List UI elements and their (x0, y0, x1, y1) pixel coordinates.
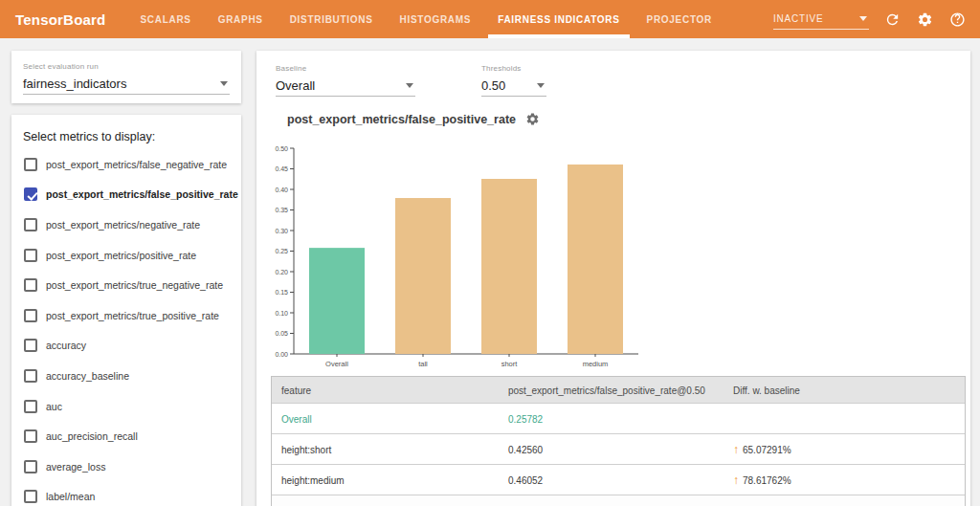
checkbox-unchecked-icon[interactable] (24, 278, 37, 292)
checkbox-unchecked-icon[interactable] (24, 429, 37, 443)
checkbox-checked-icon[interactable] (24, 187, 37, 201)
evaluation-run-label: Select evaluation run (23, 62, 230, 71)
checkbox-unchecked-icon[interactable] (24, 369, 37, 383)
tab-fairness-indicators[interactable]: FAIRNESS INDICATORS (484, 0, 633, 38)
bar-chart-svg: 0.000.050.100.150.200.250.300.350.400.45… (265, 141, 648, 375)
column-header-metric: post_export_metrics/false_positive_rate@… (508, 385, 705, 395)
tab-graphs[interactable]: GRAPHS (205, 0, 277, 38)
cell-metric-value: 0.42560 (508, 444, 543, 454)
table-body: Overall0.25782height:short0.42560↑65.072… (272, 403, 965, 495)
bar-medium[interactable] (568, 165, 623, 354)
metric-checkbox-item[interactable]: accuracy (23, 331, 230, 362)
metric-label: auc (46, 401, 62, 412)
metric-checkbox-item[interactable]: accuracy_baseline (23, 361, 230, 391)
svg-text:0.40: 0.40 (275, 187, 288, 193)
cell-feature: height:medium (281, 474, 345, 485)
checkbox-unchecked-icon[interactable] (24, 339, 37, 352)
metric-label: accuracy (46, 340, 86, 351)
table-row[interactable]: height:medium0.46052↑78.61762% (272, 464, 965, 495)
tab-scalars[interactable]: SCALARS (126, 0, 204, 38)
checkbox-unchecked-icon[interactable] (24, 249, 37, 262)
checkbox-unchecked-icon[interactable] (24, 309, 37, 322)
metrics-table: feature post_export_metrics/false_positi… (271, 376, 966, 506)
svg-text:0.25: 0.25 (275, 248, 288, 254)
checkbox-unchecked-icon[interactable] (24, 158, 37, 171)
svg-text:0.10: 0.10 (275, 310, 288, 317)
tab-projector[interactable]: PROJECTOR (634, 0, 725, 38)
cell-diff-baseline: ↑78.61762% (733, 473, 791, 487)
top-app-bar: TensorBoard SCALARSGRAPHSDISTRIBUTIONSHI… (0, 0, 980, 38)
app-logo: TensorBoard (15, 0, 105, 38)
metrics-panel-title: Select metrics to display: (23, 130, 155, 143)
thresholds-dropdown[interactable]: 0.50 (481, 76, 546, 97)
metric-checkbox-item[interactable]: average_loss (23, 451, 230, 482)
chart-settings-gear-icon[interactable] (525, 112, 540, 126)
baseline-dropdown[interactable]: Overall (276, 76, 415, 97)
chart-header: post_export_metrics/false_positive_rate (287, 112, 540, 126)
chart-title: post_export_metrics/false_positive_rate (287, 113, 516, 126)
main-nav-tabs: SCALARSGRAPHSDISTRIBUTIONSHISTOGRAMSFAIR… (126, 0, 724, 38)
svg-text:0.30: 0.30 (275, 228, 288, 234)
metric-label: label/mean (46, 491, 95, 502)
metric-label: post_export_metrics/positive_rate (46, 250, 196, 261)
table-row[interactable]: Overall0.25782 (272, 403, 965, 433)
checkbox-unchecked-icon[interactable] (24, 400, 37, 413)
svg-text:Overall: Overall (325, 360, 348, 368)
metric-checkbox-item[interactable]: auc (23, 391, 230, 422)
metrics-checkbox-list: post_export_metrics/false_negative_ratep… (23, 149, 230, 506)
status-dropdown-value: INACTIVE (773, 13, 824, 24)
help-icon[interactable] (947, 10, 967, 29)
metric-checkbox-item[interactable]: post_export_metrics/true_negative_rate (23, 270, 230, 300)
metric-checkbox-item[interactable]: post_export_metrics/positive_rate (23, 240, 230, 271)
svg-text:0.15: 0.15 (275, 289, 288, 296)
baseline-label: Baseline (276, 64, 415, 73)
column-header-diff: Diff. w. baseline (733, 385, 800, 395)
svg-text:0.50: 0.50 (275, 145, 288, 152)
svg-text:tall: tall (418, 360, 428, 368)
bar-tall[interactable] (395, 198, 451, 354)
bar-Overall[interactable] (309, 248, 365, 354)
chevron-down-icon (220, 81, 228, 86)
metric-label: average_loss (46, 461, 105, 473)
cell-metric-value: 0.25782 (508, 413, 543, 424)
bar-chart[interactable]: 0.000.050.100.150.200.250.300.350.400.45… (265, 141, 648, 375)
gear-icon[interactable] (915, 10, 934, 29)
svg-text:0.05: 0.05 (275, 330, 288, 337)
metric-checkbox-item[interactable]: label/mean (23, 482, 230, 506)
checkbox-unchecked-icon[interactable] (24, 460, 37, 473)
metric-label: post_export_metrics/negative_rate (46, 219, 200, 231)
chevron-down-icon (859, 16, 867, 21)
table-row[interactable]: height:short0.42560↑65.07291% (272, 433, 965, 464)
bar-short[interactable] (481, 179, 537, 354)
chevron-down-icon (406, 83, 413, 88)
svg-text:0.20: 0.20 (275, 269, 288, 275)
metric-checkbox-item[interactable]: post_export_metrics/true_positive_rate (23, 300, 230, 331)
tab-histograms[interactable]: HISTOGRAMS (387, 0, 485, 38)
metric-checkbox-item[interactable]: post_export_metrics/false_positive_rate (23, 180, 230, 210)
metric-checkbox-item[interactable]: post_export_metrics/false_negative_rate (23, 149, 230, 180)
checkbox-unchecked-icon[interactable] (24, 490, 37, 503)
svg-text:short: short (501, 360, 519, 368)
metric-checkbox-item[interactable]: post_export_metrics/negative_rate (23, 209, 230, 240)
table-row-partial (272, 495, 965, 506)
status-dropdown[interactable]: INACTIVE (773, 9, 869, 30)
table-header-row: feature post_export_metrics/false_positi… (272, 377, 965, 403)
metric-label: post_export_metrics/false_negative_rate (46, 159, 227, 170)
arrow-up-icon: ↑ (733, 473, 739, 487)
metrics-selection-card: Select metrics to display: post_export_m… (11, 115, 241, 506)
checkbox-unchecked-icon[interactable] (24, 218, 37, 231)
tab-distributions[interactable]: DISTRIBUTIONS (277, 0, 387, 38)
metric-label: post_export_metrics/true_positive_rate (46, 310, 219, 321)
evaluation-run-value: fairness_indicators (23, 77, 126, 91)
chevron-down-icon (537, 83, 545, 88)
evaluation-run-card: Select evaluation run fairness_indicator… (11, 51, 241, 103)
metric-label: auc_precision_recall (46, 430, 138, 442)
cell-metric-value: 0.46052 (508, 474, 543, 485)
cell-diff-baseline: ↑65.07291% (733, 443, 791, 456)
refresh-icon[interactable] (882, 10, 902, 29)
svg-text:medium: medium (583, 360, 609, 368)
metric-label: accuracy_baseline (46, 370, 129, 382)
metric-checkbox-item[interactable]: auc_precision_recall (23, 421, 230, 451)
evaluation-run-dropdown[interactable]: fairness_indicators (23, 74, 230, 95)
svg-text:0.45: 0.45 (275, 165, 288, 172)
